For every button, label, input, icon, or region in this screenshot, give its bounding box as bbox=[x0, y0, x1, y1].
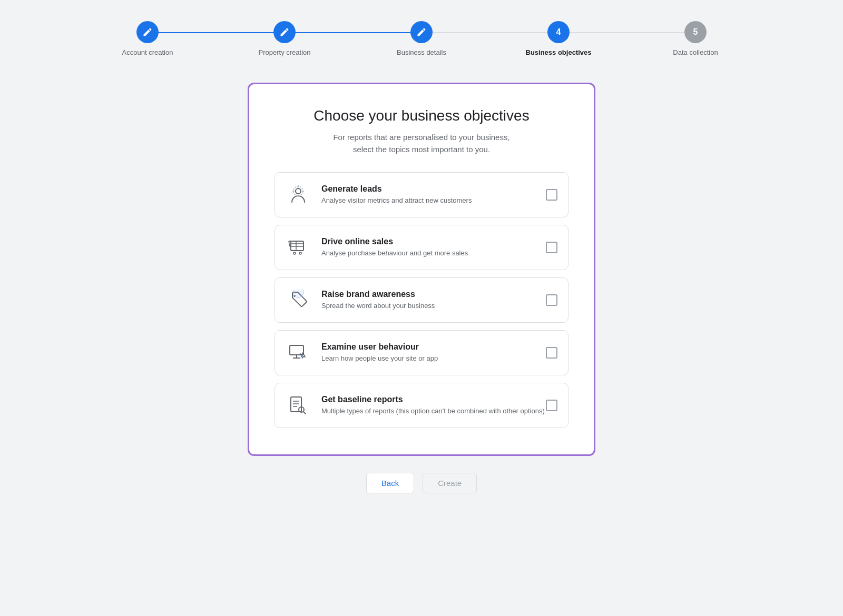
option-drive-online-sales-text: Drive online sales Analyse purchase beha… bbox=[321, 237, 546, 258]
tag-icon bbox=[286, 287, 311, 313]
svg-point-11 bbox=[293, 252, 296, 254]
option-get-baseline-reports-text: Get baseline reports Multiple types of r… bbox=[321, 395, 546, 416]
option-generate-leads-desc: Analyse visitor metrics and attract new … bbox=[321, 196, 546, 205]
shopping-cart-icon bbox=[286, 235, 311, 260]
target-person-icon bbox=[286, 182, 311, 207]
step-line-1 bbox=[148, 32, 285, 33]
option-generate-leads-text: Generate leads Analyse visitor metrics a… bbox=[321, 184, 546, 205]
svg-point-1 bbox=[293, 186, 303, 196]
svg-line-25 bbox=[303, 412, 306, 414]
step-business-objectives: 4 Business objectives bbox=[490, 21, 627, 56]
search-report-icon bbox=[286, 393, 311, 418]
business-objectives-card: Choose your business objectives For repo… bbox=[248, 83, 595, 456]
step-account-creation: Account creation bbox=[79, 21, 216, 56]
option-drive-online-sales[interactable]: Drive online sales Analyse purchase beha… bbox=[275, 225, 568, 270]
step-label-4: Business objectives bbox=[526, 48, 592, 56]
option-get-baseline-reports[interactable]: Get baseline reports Multiple types of r… bbox=[275, 383, 568, 428]
svg-line-10 bbox=[289, 241, 290, 246]
svg-point-15 bbox=[293, 290, 303, 297]
option-examine-user-behaviour[interactable]: Examine user behaviour Learn how people … bbox=[275, 330, 568, 375]
svg-point-19 bbox=[302, 355, 303, 356]
option-drive-online-sales-checkbox[interactable] bbox=[546, 242, 557, 253]
create-button[interactable]: Create bbox=[423, 473, 477, 493]
option-get-baseline-reports-title: Get baseline reports bbox=[321, 395, 546, 404]
option-raise-brand-awareness-desc: Spread the word about your business bbox=[321, 301, 546, 311]
option-generate-leads-checkbox[interactable] bbox=[546, 189, 557, 201]
option-get-baseline-reports-checkbox[interactable] bbox=[546, 400, 557, 411]
step-circle-4: 4 bbox=[547, 21, 570, 43]
back-button[interactable]: Back bbox=[366, 473, 414, 493]
step-label-2: Property creation bbox=[259, 48, 311, 56]
svg-rect-16 bbox=[290, 345, 303, 355]
step-circle-1 bbox=[136, 21, 159, 43]
step-label-5: Data collection bbox=[673, 48, 718, 56]
step-circle-2 bbox=[273, 21, 296, 43]
option-generate-leads[interactable]: Generate leads Analyse visitor metrics a… bbox=[275, 172, 568, 217]
step-circle-3 bbox=[410, 21, 433, 43]
monitor-cursor-icon bbox=[286, 340, 311, 365]
option-raise-brand-awareness[interactable]: Raise brand awareness Spread the word ab… bbox=[275, 277, 568, 323]
svg-rect-6 bbox=[291, 241, 303, 251]
step-data-collection: 5 Data collection bbox=[627, 21, 764, 56]
step-label-1: Account creation bbox=[122, 48, 173, 56]
card-content: Choose your business objectives For repo… bbox=[249, 84, 594, 454]
step-line-3 bbox=[422, 32, 558, 33]
option-drive-online-sales-title: Drive online sales bbox=[321, 237, 546, 246]
option-drive-online-sales-desc: Analyse purchase behaviour and get more … bbox=[321, 249, 546, 258]
option-examine-user-behaviour-desc: Learn how people use your site or app bbox=[321, 354, 546, 363]
option-raise-brand-awareness-text: Raise brand awareness Spread the word ab… bbox=[321, 290, 546, 311]
option-examine-user-behaviour-checkbox[interactable] bbox=[546, 347, 557, 359]
option-examine-user-behaviour-text: Examine user behaviour Learn how people … bbox=[321, 342, 546, 363]
step-line-4 bbox=[558, 32, 695, 33]
stepper: Account creation Property creation Busin… bbox=[79, 21, 764, 56]
step-label-3: Business details bbox=[397, 48, 446, 56]
step-property-creation: Property creation bbox=[216, 21, 353, 56]
svg-point-0 bbox=[296, 188, 301, 194]
action-buttons: Back Create bbox=[366, 473, 477, 493]
step-circle-5: 5 bbox=[684, 21, 707, 43]
option-get-baseline-reports-desc: Multiple types of reports (this option c… bbox=[321, 406, 546, 416]
svg-point-12 bbox=[299, 252, 301, 254]
step-business-details: Business details bbox=[353, 21, 490, 56]
option-generate-leads-title: Generate leads bbox=[321, 184, 546, 194]
svg-rect-20 bbox=[291, 397, 301, 412]
option-examine-user-behaviour-title: Examine user behaviour bbox=[321, 342, 546, 352]
option-raise-brand-awareness-title: Raise brand awareness bbox=[321, 290, 546, 299]
step-line-2 bbox=[285, 32, 422, 33]
card-subtitle: For reports that are personalised to you… bbox=[275, 132, 568, 155]
card-title: Choose your business objectives bbox=[275, 107, 568, 124]
option-raise-brand-awareness-checkbox[interactable] bbox=[546, 294, 557, 306]
